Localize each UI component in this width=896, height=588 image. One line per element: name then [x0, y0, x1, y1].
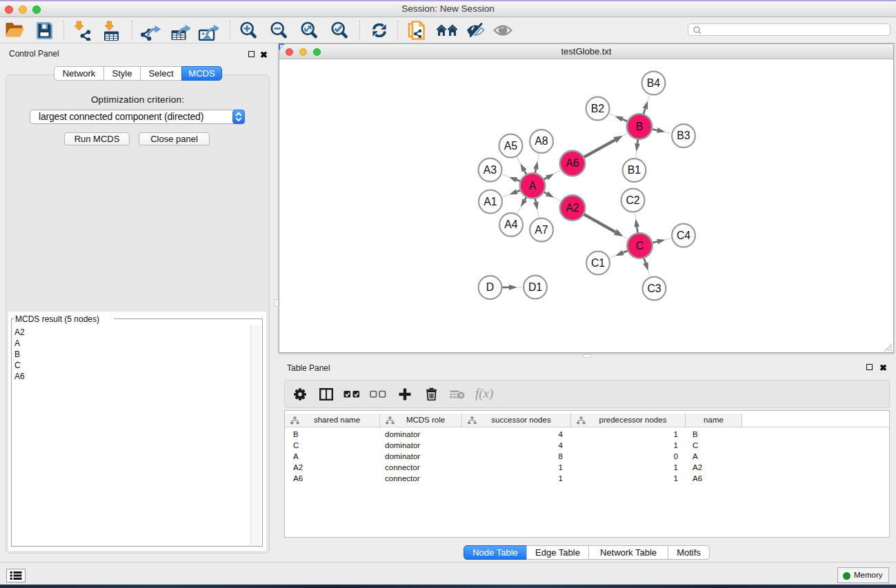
svg-text:A7: A7: [535, 224, 548, 236]
svg-text:A2: A2: [566, 202, 579, 214]
svg-text:B2: B2: [591, 103, 604, 114]
svg-text:C2: C2: [626, 194, 639, 206]
svg-text:A1: A1: [484, 196, 497, 207]
svg-text:C: C: [636, 240, 644, 252]
svg-text:C3: C3: [647, 283, 661, 294]
svg-text:A5: A5: [504, 140, 518, 152]
svg-text:C1: C1: [591, 257, 605, 269]
svg-text:D1: D1: [528, 281, 542, 293]
svg-text:B1: B1: [628, 164, 641, 176]
svg-text:B3: B3: [677, 130, 690, 141]
svg-text:A4: A4: [504, 219, 518, 230]
svg-text:A8: A8: [535, 135, 548, 147]
svg-text:D: D: [486, 281, 494, 293]
svg-text:C4: C4: [677, 230, 690, 241]
svg-text:A: A: [529, 180, 537, 192]
svg-text:A3: A3: [484, 164, 497, 176]
svg-text:B4: B4: [647, 77, 661, 89]
svg-text:B: B: [636, 121, 644, 132]
svg-text:A6: A6: [566, 157, 579, 169]
